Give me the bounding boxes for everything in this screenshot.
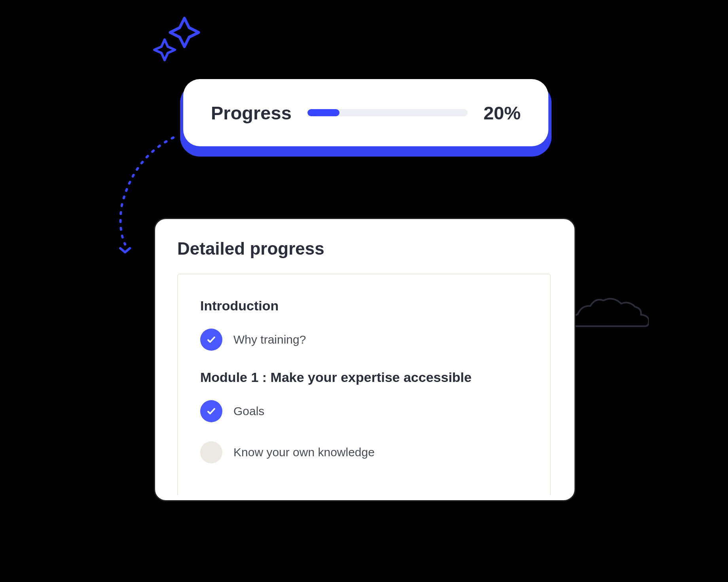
progress-label: Progress xyxy=(211,102,292,124)
section-title: Module 1 : Make your expertise accessibl… xyxy=(200,370,528,385)
list-item[interactable]: Know your own knowledge xyxy=(200,441,528,463)
check-icon xyxy=(200,329,222,351)
progress-bar-fill xyxy=(307,109,339,116)
cloud-icon xyxy=(570,293,649,334)
detail-card: Detailed progress Introduction Why train… xyxy=(154,218,576,501)
progress-percent: 20% xyxy=(483,102,521,124)
check-icon xyxy=(200,400,222,422)
detail-list: Introduction Why training? Module 1 : Ma… xyxy=(177,274,551,495)
list-item[interactable]: Goals xyxy=(200,400,528,422)
item-label: Goals xyxy=(233,404,264,418)
sparkle-icons xyxy=(153,16,208,73)
item-label: Why training? xyxy=(233,333,306,346)
detail-title: Detailed progress xyxy=(177,239,551,259)
circle-empty-icon xyxy=(200,441,222,463)
progress-card: Progress 20% xyxy=(183,79,548,146)
list-item[interactable]: Why training? xyxy=(200,329,528,351)
item-label: Know your own knowledge xyxy=(233,446,375,459)
progress-bar xyxy=(307,109,468,116)
section-title: Introduction xyxy=(200,298,528,314)
